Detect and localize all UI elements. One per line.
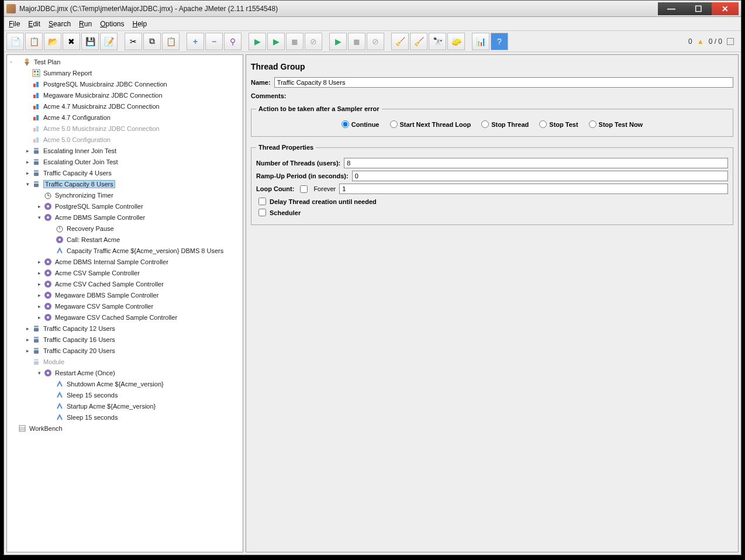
tree-mw-csv-cached[interactable]: ▸Megaware CSV Cached Sample Controller (8, 312, 242, 323)
radio-continue[interactable]: Continue (342, 120, 380, 128)
svg-rect-15 (36, 126, 39, 132)
loop-input[interactable] (339, 184, 728, 194)
tree-a47-conn[interactable]: Acme 4.7 Musicbrainz JDBC Connection (8, 101, 242, 112)
scheduler-label: Scheduler (270, 209, 301, 216)
tree-a47-cfg[interactable]: Acme 4.7 Configuration (8, 112, 242, 123)
svg-rect-59 (19, 426, 25, 431)
tree-esc-inner[interactable]: ▸Escalating Inner Join Test (8, 145, 242, 156)
remote-shutdown-button[interactable]: ⊘ (367, 33, 384, 50)
tree-acme-csv[interactable]: ▸Acme CSV Sample Controller (8, 267, 242, 278)
menu-run[interactable]: Run (79, 20, 92, 28)
name-input[interactable] (274, 77, 733, 88)
tree-sleep1[interactable]: Sleep 15 seconds (8, 389, 242, 400)
radio-stoptest[interactable]: Stop Test (539, 120, 578, 128)
tree-cap-traffic[interactable]: Capacity Traffic Acme ${Acme_version} DB… (8, 245, 242, 256)
saveas-button[interactable]: 📝 (100, 33, 118, 50)
expand-button[interactable]: + (187, 33, 204, 50)
start-notimers-button[interactable]: ▶ (267, 33, 285, 50)
tree-pg-sc[interactable]: ▸PostgreSQL Sample Controller (8, 201, 242, 212)
tree-startup[interactable]: Startup Acme ${Acme_version} (8, 400, 242, 412)
tree-tc8[interactable]: ▾Traffic Capacity 8 Users (8, 178, 242, 189)
svg-rect-1 (33, 70, 40, 77)
tree-esc-outer[interactable]: ▸Escalating Outer Join Test (8, 156, 242, 167)
tree-tc16[interactable]: ▸Traffic Capacity 16 Users (8, 334, 242, 345)
radio-next[interactable]: Start Next Thread Loop (390, 120, 471, 128)
window-title: MajorJDBC.jmx (C:\Temp\jmeter\MajorJDBC.… (19, 5, 658, 13)
search-button[interactable]: 🔭 (429, 33, 446, 50)
tree-panel[interactable]: ◦Test Plan Summary Report PostgreSQL Mus… (6, 54, 243, 552)
svg-point-36 (58, 238, 61, 241)
svg-rect-17 (36, 137, 39, 143)
svg-rect-53 (34, 348, 39, 350)
toggle-button[interactable]: ⚲ (224, 33, 242, 50)
forever-checkbox[interactable] (300, 185, 308, 193)
copy-button[interactable]: ⧉ (143, 33, 161, 50)
app-window: MajorJDBC.jmx (C:\Temp\jmeter\MajorJDBC.… (4, 0, 741, 555)
tree-call-restart[interactable]: Call: Restart Acme (8, 234, 242, 245)
tree-mw-conn[interactable]: Megaware Musicbrainz JDBC Connection (8, 89, 242, 101)
tree-acme-csv-cached[interactable]: ▸Acme CSV Cached Sample Controller (8, 278, 242, 289)
svg-rect-12 (33, 117, 36, 120)
tree-pg-conn[interactable]: PostgreSQL Musicbrainz JDBC Connection (8, 78, 242, 89)
rampup-input[interactable] (352, 171, 728, 181)
tree-mw-dbms[interactable]: ▸Megaware DBMS Sample Controller (8, 289, 242, 300)
open-button[interactable]: 📂 (44, 33, 61, 50)
menu-edit[interactable]: Edit (28, 20, 40, 28)
reset-search-button[interactable]: 🧽 (447, 33, 465, 50)
remote-stop-button[interactable]: ◼ (348, 33, 365, 50)
tree-sleep2[interactable]: Sleep 15 seconds (8, 412, 242, 423)
tree-tc4[interactable]: ▸Traffic Capacity 4 Users (8, 167, 242, 178)
svg-rect-24 (34, 181, 39, 183)
tree-module[interactable]: Module (8, 356, 242, 367)
close-button[interactable]: ✕ (712, 2, 739, 15)
tree-summary[interactable]: Summary Report (8, 67, 242, 78)
tree-recovery[interactable]: Recovery Pause (8, 223, 242, 234)
function-helper-button[interactable]: 📊 (472, 33, 489, 50)
clear-button[interactable]: 🧹 (391, 33, 409, 50)
stop-button[interactable]: ◼ (286, 33, 303, 50)
tree-restart-once[interactable]: ▾Restart Acme (Once) (8, 367, 242, 378)
tree-tc12[interactable]: ▸Traffic Capacity 12 Users (8, 323, 242, 334)
menu-search[interactable]: Search (49, 20, 71, 28)
tree-tc20[interactable]: ▸Traffic Capacity 20 Users (8, 345, 242, 356)
tree-sync-timer[interactable]: Synchronizing Timer (8, 189, 242, 201)
delay-checkbox[interactable] (258, 198, 266, 205)
remote-start-button[interactable]: ▶ (329, 33, 347, 50)
menu-file[interactable]: File (9, 20, 20, 28)
new-button[interactable]: 📄 (6, 33, 24, 50)
loop-label: Loop Count: (256, 185, 294, 192)
radio-stopnow[interactable]: Stop Test Now (589, 120, 643, 128)
clearall-button[interactable]: 🧹 (410, 33, 427, 50)
tree-a50-conn[interactable]: Acme 5.0 Musicbrainz JDBC Connection (8, 123, 242, 134)
svg-rect-14 (33, 128, 36, 132)
menu-help[interactable]: Help (133, 20, 147, 28)
help-button[interactable]: ? (491, 33, 508, 50)
tree-testplan[interactable]: ◦Test Plan (8, 56, 242, 67)
minimize-button[interactable]: — (658, 2, 685, 15)
tree-a50-cfg[interactable]: Acme 5.0 Configuration (8, 134, 242, 145)
collapse-button[interactable]: − (205, 33, 223, 50)
templates-button[interactable]: 📋 (25, 33, 43, 50)
shutdown-button[interactable]: ⊘ (305, 33, 322, 50)
svg-rect-56 (34, 361, 39, 365)
menu-options[interactable]: Options (100, 20, 124, 28)
paste-button[interactable]: 📋 (162, 33, 180, 50)
tree-mw-csv[interactable]: ▸Megaware CSV Sample Controller (8, 300, 242, 312)
cut-button[interactable]: ✂ (125, 33, 142, 50)
save-button[interactable]: 💾 (81, 33, 99, 50)
radio-stopthread[interactable]: Stop Thread (481, 120, 529, 128)
scheduler-checkbox[interactable] (258, 209, 266, 216)
tree-acme-internal[interactable]: ▸Acme DBMS Internal Sample Controller (8, 256, 242, 267)
tree-workbench[interactable]: WorkBench (8, 423, 242, 434)
maximize-button[interactable]: ☐ (685, 2, 712, 15)
num-threads-input[interactable] (344, 158, 728, 168)
tree-shutdown[interactable]: Shutdown Acme ${Acme_version} (8, 378, 242, 389)
error-count: 0 (688, 37, 692, 46)
action-legend: Action to be taken after a Sampler error (256, 105, 382, 112)
svg-rect-25 (34, 184, 39, 187)
num-threads-label: Number of Threads (users): (256, 160, 340, 167)
svg-rect-13 (36, 115, 39, 120)
tree-acme-sc[interactable]: ▾Acme DBMS Sample Controller (8, 212, 242, 223)
start-button[interactable]: ▶ (249, 33, 266, 50)
close-file-button[interactable]: ✖ (63, 33, 80, 50)
